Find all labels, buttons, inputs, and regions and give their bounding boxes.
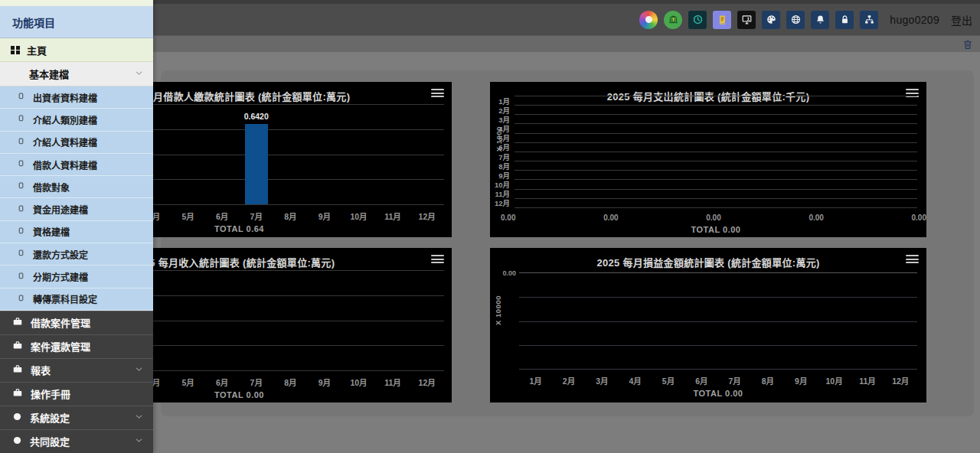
- sidebar-subitem[interactable]: 還款方式設定: [0, 243, 153, 266]
- sphere-icon: [12, 412, 22, 424]
- doc-square-icon: [17, 92, 25, 103]
- month-label: 10月: [341, 210, 376, 222]
- sidebar-subitem-label: 介紹人類別建檔: [33, 113, 97, 126]
- zero-tick-label: 0.00: [502, 269, 516, 277]
- doc-square-icon: [17, 249, 25, 259]
- sidebar-subitem-label: 資金用途建檔: [33, 203, 88, 216]
- sidebar-item-報表[interactable]: 報表: [0, 358, 153, 382]
- x-tick-label: 0.00: [603, 213, 618, 222]
- briefcase-icon: [12, 387, 23, 400]
- sidebar-group-basic[interactable]: 基本建檔: [0, 62, 153, 86]
- chart-menu-icon[interactable]: [431, 255, 444, 265]
- sidebar-item-系統設定[interactable]: 系統設定: [0, 406, 153, 429]
- bank-icon[interactable]: $: [664, 11, 682, 29]
- month-label: 2月: [552, 375, 585, 386]
- palette-icon[interactable]: [762, 11, 780, 29]
- month-label: 10月: [818, 375, 851, 386]
- sidebar-subitem-label: 資格建檔: [33, 225, 70, 238]
- sidebar-top-strip: [0, 0, 153, 6]
- sidebar-subitem-label: 介紹人資料建檔: [33, 135, 97, 148]
- month-label: 10月: [341, 376, 376, 388]
- month-label: 12月: [410, 210, 444, 222]
- lock-icon[interactable]: [835, 11, 854, 29]
- globe-icon[interactable]: [786, 11, 805, 29]
- chart-panel-profit: 2025 每月損益金額統計圖表 (統計金額單位:萬元) 0.00X 100001…: [490, 248, 926, 402]
- trash-icon[interactable]: [962, 38, 974, 51]
- sidebar-item-label: 共同設定: [30, 434, 70, 448]
- briefcase-icon: [12, 316, 23, 329]
- sidebar-subitem[interactable]: 轉傳票科目設定: [0, 288, 153, 311]
- sidebar-subitem[interactable]: 分期方式建檔: [0, 266, 153, 288]
- month-label: 12月: [410, 376, 444, 388]
- doc-square-icon: [17, 181, 25, 192]
- x-tick-label: 0.00: [706, 213, 720, 222]
- chart-menu-icon[interactable]: [906, 255, 919, 265]
- x-tick-label: 0.00: [808, 213, 823, 222]
- doc-square-icon: [17, 204, 25, 215]
- dashboard-root: $ hugo0209 登出 2025 每月借款人繳款統計圖表 (統計金額單位:萬…: [0, 0, 980, 453]
- sidebar-item-label: 案件還款管理: [31, 339, 90, 354]
- month-label: 5月: [652, 375, 684, 386]
- month-label: 8月: [273, 376, 308, 388]
- sphere-icon: [12, 435, 22, 448]
- sidebar-item-共同設定[interactable]: 共同設定: [0, 429, 153, 453]
- sidebar-subitem[interactable]: 出資者資料建檔: [0, 86, 153, 109]
- gridline: [519, 297, 917, 298]
- sidebar-item-操作手冊[interactable]: 操作手冊: [0, 382, 153, 406]
- gridline: [519, 345, 917, 346]
- chevron-down-icon: [134, 412, 144, 424]
- month-axis: 1月2月3月4月5月6月7月8月9月10月11月12月: [519, 375, 917, 386]
- sidebar-subitem[interactable]: 介紹人資料建檔: [0, 132, 153, 154]
- gridline: [519, 321, 917, 322]
- sitemap-icon[interactable]: [860, 11, 878, 29]
- chart-panel-expenses: 2025 每月支出統計圖表 (統計金額單位:千元) 1月2月3月4月5月6月7月…: [490, 82, 926, 237]
- month-label: 12月: [884, 375, 917, 386]
- month-label: 3月: [586, 375, 619, 386]
- sidebar-item-label: 系統設定: [30, 410, 70, 425]
- chevron-down-icon: [134, 68, 144, 80]
- bar-value-label: 0.6420: [244, 112, 269, 121]
- month-label: 7月: [718, 375, 751, 386]
- screen-icon[interactable]: [737, 11, 756, 29]
- chart-bar: [245, 124, 268, 204]
- sidebar-item-label: 報表: [31, 363, 51, 377]
- sidebar: 功能項目 主頁 基本建檔 出資者資料建檔 介紹人類別建檔 介紹人資料建檔 借款人…: [0, 0, 153, 453]
- month-label: 7月: [239, 210, 273, 222]
- chevron-down-icon: [134, 435, 144, 448]
- svg-text:$: $: [672, 17, 675, 21]
- logout-button[interactable]: 登出: [951, 12, 972, 28]
- y-axis-label: X 1000: [495, 126, 503, 152]
- sidebar-subitem[interactable]: 資金用途建檔: [0, 198, 153, 220]
- home-grid-icon: [11, 46, 19, 54]
- chart-menu-icon[interactable]: [431, 89, 444, 99]
- sidebar-subitem-label: 還款方式設定: [33, 248, 88, 261]
- sidebar-subitem-label: 借款對象: [33, 181, 70, 194]
- sidebar-subitem[interactable]: 介紹人類別建檔: [0, 109, 153, 131]
- clock-icon[interactable]: [688, 11, 707, 29]
- sidebar-home-label: 主頁: [27, 43, 47, 57]
- sidebar-item-案件還款管理[interactable]: 案件還款管理: [0, 334, 153, 358]
- colorwheel-icon[interactable]: [639, 11, 658, 29]
- sidebar-subitem[interactable]: 借款人資料建檔: [0, 154, 153, 176]
- month-label: 4月: [619, 375, 652, 386]
- month-label: 11月: [376, 376, 410, 388]
- sidebar-subitem-label: 借款人資料建檔: [33, 158, 97, 171]
- x-tick-row: 0.000.000.000.000.00: [501, 213, 926, 222]
- month-label: 11月: [851, 375, 884, 386]
- bell-icon[interactable]: [811, 11, 829, 29]
- briefcase-icon: [12, 363, 23, 376]
- month-label: 7月: [239, 376, 273, 388]
- sidebar-subitem[interactable]: 借款對象: [0, 176, 153, 198]
- month-label: 6月: [205, 376, 240, 388]
- sidebar-subitem[interactable]: 資格建檔: [0, 221, 153, 243]
- x-tick-label: 0.00: [912, 213, 926, 222]
- scroll-icon[interactable]: [713, 11, 731, 29]
- x-tick-label: 0.00: [501, 213, 515, 222]
- topbar-right: $ hugo0209 登出: [639, 11, 972, 29]
- sidebar-item-home[interactable]: 主頁: [0, 38, 153, 62]
- month-label: 6月: [685, 375, 718, 386]
- y-axis-label: X 10000: [494, 295, 502, 325]
- month-label: 12月: [495, 197, 510, 208]
- total-label: TOTAL 0.00: [519, 389, 917, 398]
- sidebar-item-借款案件管理[interactable]: 借款案件管理: [0, 311, 153, 334]
